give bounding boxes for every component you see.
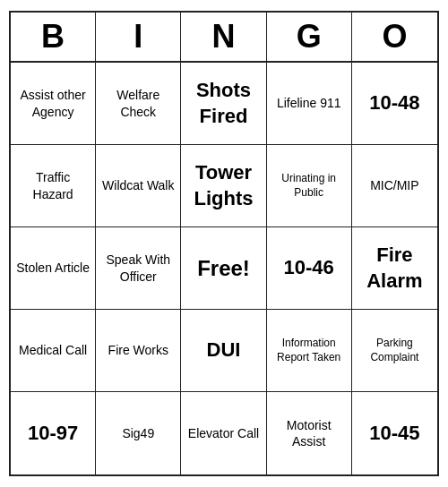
- header-letter: G: [267, 13, 352, 61]
- bingo-cell: Speak With Officer: [96, 227, 181, 310]
- bingo-cell: Elevator Call: [181, 392, 266, 474]
- bingo-cell: Tower Lights: [181, 145, 266, 227]
- bingo-cell: 10-45: [352, 392, 437, 474]
- bingo-cell: 10-97: [11, 392, 96, 474]
- header-letter: O: [352, 13, 437, 61]
- bingo-cell: MIC/MIP: [352, 145, 437, 227]
- bingo-cell: Stolen Article: [11, 227, 96, 310]
- bingo-cell: Medical Call: [11, 310, 96, 392]
- bingo-cell: Motorist Assist: [267, 392, 352, 474]
- bingo-header: BINGO: [11, 13, 437, 63]
- bingo-cell: Fire Alarm: [352, 227, 437, 310]
- bingo-cell: Urinating in Public: [267, 145, 352, 227]
- bingo-cell: Wildcat Walk: [96, 145, 181, 227]
- bingo-cell: Traffic Hazard: [11, 145, 96, 227]
- bingo-cell: Shots Fired: [181, 63, 266, 145]
- bingo-cell: 10-46: [267, 227, 352, 310]
- header-letter: B: [11, 13, 96, 61]
- bingo-cell: Lifeline 911: [267, 63, 352, 145]
- bingo-cell: Sig49: [96, 392, 181, 474]
- header-letter: I: [96, 13, 181, 61]
- bingo-cell: 10-48: [352, 63, 437, 145]
- bingo-cell: Fire Works: [96, 310, 181, 392]
- bingo-cell: DUI: [181, 310, 266, 392]
- bingo-grid: Assist other AgencyWelfare CheckShots Fi…: [11, 63, 437, 474]
- bingo-cell: Parking Complaint: [352, 310, 437, 392]
- bingo-cell: Welfare Check: [96, 63, 181, 145]
- bingo-cell: Free!: [181, 227, 266, 310]
- bingo-card: BINGO Assist other AgencyWelfare CheckSh…: [9, 11, 439, 476]
- bingo-cell: Assist other Agency: [11, 63, 96, 145]
- bingo-cell: Information Report Taken: [267, 310, 352, 392]
- header-letter: N: [181, 13, 266, 61]
